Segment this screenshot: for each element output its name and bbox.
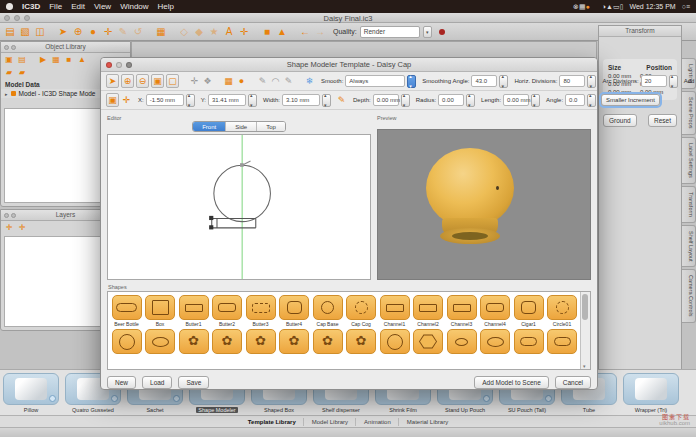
shape-item[interactable] (547, 329, 578, 354)
dialog-tool-icon[interactable]: ➤ (106, 74, 119, 88)
shape-thumbnail[interactable] (380, 295, 410, 320)
shape-thumbnail[interactable] (313, 329, 343, 354)
profile-canvas[interactable] (107, 134, 371, 280)
dialog-tool-icon[interactable]: ● (236, 75, 247, 87)
shape-item[interactable]: Channel3 (446, 295, 477, 327)
dialog-tool-icon[interactable]: ✎ (283, 75, 294, 87)
shape-item[interactable] (513, 329, 544, 354)
apple-icon[interactable] (6, 3, 13, 10)
toolbar-icon[interactable]: ▤ (4, 25, 16, 38)
status-icon[interactable]: ▯ (620, 3, 624, 10)
arc-divisions-field[interactable]: 20 (641, 75, 667, 87)
toolbar-icon[interactable]: ✛ (238, 25, 250, 38)
shape-item[interactable]: Box (145, 295, 176, 327)
template-item[interactable]: Pillow (2, 373, 60, 415)
status-icon[interactable]: ▭ (613, 3, 620, 10)
status-icon[interactable]: ● (586, 3, 590, 10)
shape-item[interactable] (480, 329, 511, 354)
shape-thumbnail[interactable] (547, 295, 577, 320)
radius-stepper[interactable] (466, 94, 475, 107)
template-thumbnail[interactable] (623, 373, 679, 405)
menu-item[interactable]: Edit (71, 2, 85, 11)
shape-thumbnail[interactable] (279, 329, 309, 354)
toolbar-icon[interactable]: ▧ (19, 25, 31, 38)
menu-item[interactable]: Help (158, 2, 174, 11)
template-thumbnail[interactable] (3, 373, 59, 405)
smaller-increment-button[interactable]: Smaller Increment (601, 94, 660, 106)
panel-close-icon[interactable] (4, 45, 9, 50)
object-tool-icon[interactable]: ■ (64, 53, 74, 66)
library-tab[interactable]: Material Library (400, 418, 455, 426)
toolbar-icon[interactable]: ↺ (132, 25, 144, 38)
shape-thumbnail[interactable] (246, 295, 276, 320)
y-field[interactable]: 31.41 mm (208, 94, 246, 106)
dialog-edit-icon[interactable]: ▣ (106, 93, 119, 107)
view-tab[interactable]: Side (226, 122, 257, 131)
horiz-divisions-stepper[interactable] (587, 75, 596, 88)
status-icon[interactable]: ≡ (686, 3, 690, 10)
side-tab[interactable]: Label Settings (682, 137, 696, 184)
horiz-divisions-field[interactable]: 80 (559, 75, 585, 87)
dialog-tool-icon[interactable]: ❖ (202, 75, 213, 87)
shape-item[interactable] (279, 329, 310, 354)
shape-item[interactable]: Circle01 (547, 295, 578, 327)
length-field[interactable]: 0.00 mm (503, 94, 529, 106)
shape-thumbnail[interactable] (212, 295, 242, 320)
shape-thumbnail[interactable] (514, 329, 544, 354)
shape-item[interactable]: Channel4 (480, 295, 511, 327)
shape-item[interactable]: Butter1 (178, 295, 209, 327)
radius-field[interactable]: 0.00 (438, 94, 464, 106)
shape-thumbnail[interactable] (480, 295, 510, 320)
shape-thumbnail[interactable] (313, 295, 343, 320)
dialog-tool-icon[interactable]: ▢ (166, 74, 179, 88)
toolbar-icon[interactable]: ● (87, 25, 99, 38)
pen-icon[interactable]: ✎ (336, 94, 347, 106)
shape-thumbnail[interactable] (346, 295, 376, 320)
toolbar-icon[interactable]: ◇ (178, 25, 190, 38)
depth-stepper[interactable] (401, 94, 410, 107)
dialog-tool-icon[interactable]: ▦ (223, 75, 234, 87)
depth-field[interactable]: 0.00 mm (373, 94, 399, 106)
toolbar-icon[interactable]: ✛ (102, 25, 114, 38)
side-tab[interactable]: Transform (682, 186, 696, 223)
width-field[interactable]: 3.10 mm (282, 94, 320, 106)
shape-thumbnail[interactable] (112, 295, 142, 320)
angle-stepper[interactable] (587, 94, 596, 107)
side-tab[interactable]: Scene Props (682, 91, 696, 135)
side-tab[interactable]: Camera Controls (682, 269, 696, 323)
menu-item[interactable]: File (49, 2, 62, 11)
view-tab[interactable]: Front (193, 122, 226, 131)
save-button[interactable]: Save (178, 376, 209, 389)
shape-item[interactable] (413, 329, 444, 354)
menu-item[interactable]: Window (120, 2, 148, 11)
shape-item[interactable]: Butter2 (212, 295, 243, 327)
shape-item[interactable]: Butter4 (279, 295, 310, 327)
shape-item[interactable] (111, 329, 142, 354)
transform-panel-title[interactable]: Transform (599, 26, 681, 37)
shape-thumbnail[interactable] (380, 329, 410, 354)
shapes-scrollbar[interactable] (580, 292, 590, 369)
smooth-dropdown-stepper[interactable] (407, 75, 416, 88)
shape-item[interactable] (446, 329, 477, 354)
library-tab[interactable]: Animation (357, 418, 399, 426)
shape-item[interactable] (145, 329, 176, 354)
object-tool-icon[interactable]: ▣ (4, 53, 14, 66)
angle-field[interactable]: 0.0 (565, 94, 585, 106)
shape-thumbnail[interactable] (145, 329, 175, 354)
smooth-select[interactable]: Always (345, 75, 405, 87)
record-dot-icon[interactable] (439, 29, 445, 35)
dialog-tool-icon[interactable]: ✎ (257, 75, 268, 87)
quality-dropdown-arrow-icon[interactable]: ▾ (423, 26, 432, 38)
shape-thumbnail[interactable] (179, 329, 209, 354)
shape-thumbnail[interactable] (480, 329, 510, 354)
shape-item[interactable] (379, 329, 410, 354)
cancel-button[interactable]: Cancel (555, 376, 591, 389)
shape-item[interactable]: Cap Cog (346, 295, 377, 327)
toolbar-icon[interactable]: ▲ (276, 25, 288, 38)
new-button[interactable]: New (107, 376, 136, 389)
toolbar-icon[interactable]: ✎ (117, 25, 129, 38)
shape-thumbnail[interactable] (112, 329, 142, 354)
tree-expand-icon[interactable]: ▸ (5, 91, 8, 97)
shape-thumbnail[interactable] (179, 295, 209, 320)
shape-thumbnail[interactable] (145, 295, 175, 320)
